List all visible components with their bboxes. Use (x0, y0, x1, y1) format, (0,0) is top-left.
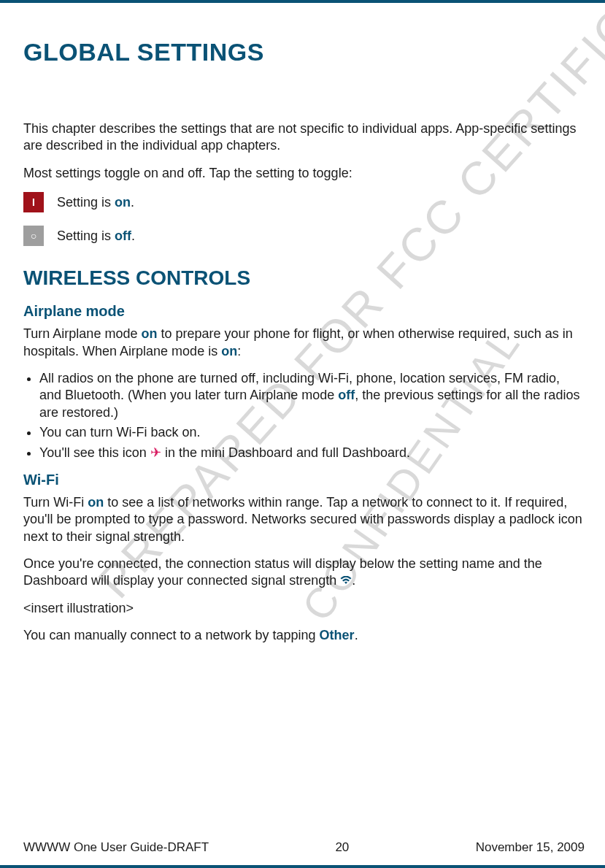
list-item: All radios on the phone are turned off, … (39, 370, 585, 421)
subheading-airplane-mode: Airplane mode (23, 303, 585, 320)
list-item: You can turn Wi-Fi back on. (39, 424, 585, 441)
wifi-illustration-placeholder: <insert illustration> (23, 600, 585, 617)
footer-date: November 15, 2009 (476, 840, 585, 855)
section-wireless-controls: WIRELESS CONTROLS (23, 266, 585, 290)
page-title: GLOBAL SETTINGS (23, 38, 585, 66)
subheading-wifi: Wi-Fi (23, 472, 585, 488)
footer-left: WWWW One User Guide-DRAFT (23, 840, 209, 855)
page-footer: WWWW One User Guide-DRAFT 20 November 15… (23, 840, 585, 855)
airplane-icon: ✈ (150, 445, 161, 461)
toggle-on-row: I Setting is on. (23, 192, 585, 212)
toggle-off-row: ○ Setting is off. (23, 226, 585, 246)
airplane-bullet-list: All radios on the phone are turned off, … (23, 370, 585, 461)
intro-paragraph-2: Most settings toggle on and off. Tap the… (23, 165, 585, 182)
airplane-paragraph: Turn Airplane mode on to prepare your ph… (23, 326, 585, 360)
toggle-on-label: Setting is on. (57, 195, 134, 210)
toggle-off-label: Setting is off. (57, 228, 135, 244)
intro-paragraph-1: This chapter describes the settings that… (23, 120, 585, 155)
wifi-paragraph-2: Once you're connected, the connection st… (23, 556, 585, 590)
wifi-icon (340, 572, 352, 589)
document-page: PREPARED FOR FCC CERTIFICATION CONFIDENT… (0, 0, 605, 868)
wifi-paragraph-4: You can manually connect to a network by… (23, 627, 585, 644)
wifi-paragraph-1: Turn Wi-Fi on to see a list of networks … (23, 494, 585, 545)
list-item: You'll see this icon ✈ in the mini Dashb… (39, 445, 585, 461)
toggle-off-icon: ○ (23, 226, 44, 246)
toggle-on-icon: I (23, 192, 44, 212)
content-area: GLOBAL SETTINGS This chapter describes t… (23, 38, 585, 645)
footer-page-number: 20 (335, 840, 349, 855)
